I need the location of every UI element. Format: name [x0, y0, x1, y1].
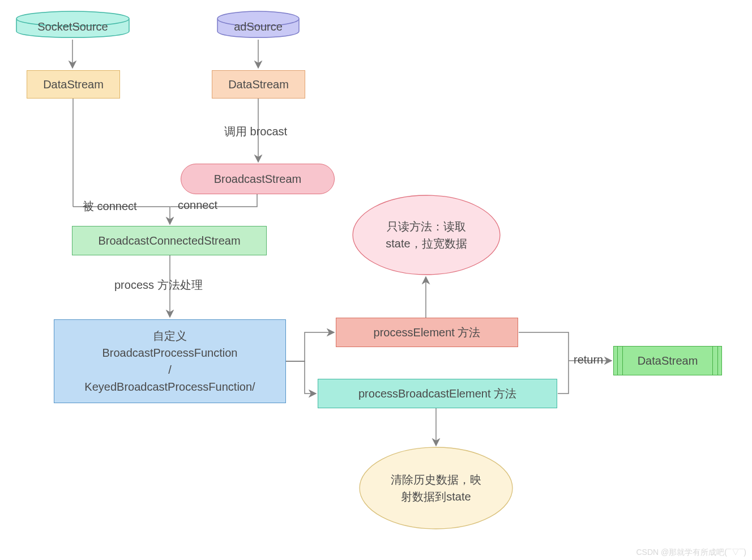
process-element: processElement 方法	[336, 318, 518, 347]
datastream-right: DataStream	[212, 70, 305, 99]
broadcast-stream: BroadcastStream	[181, 164, 335, 194]
custom-function-block: 自定义 BroadcastProcessFunction / KeyedBroa…	[54, 319, 286, 403]
call-brocast-label: 调用 brocast	[224, 124, 287, 139]
clear-note-text: 清除历史数据，映 射数据到state	[360, 467, 512, 509]
ad-source-label: adSource	[217, 17, 299, 36]
datastream-final-label: DataStream	[638, 352, 698, 369]
clear-line2: 射数据到state	[401, 488, 471, 505]
clear-line1: 清除历史数据，映	[391, 471, 481, 488]
socket-source-label: SocketSource	[16, 17, 129, 36]
custom-func-line2: BroadcastProcessFunction	[102, 344, 237, 361]
custom-func-line4: KeyedBroadcastProcessFunction/	[84, 378, 255, 395]
datastream-left: DataStream	[27, 70, 120, 99]
readonly-line2: state，拉宽数据	[386, 235, 467, 252]
process-broadcast-element: processBroadcastElement 方法	[318, 379, 557, 408]
broadcast-connected-stream: BroadcastConnectedStream	[72, 226, 267, 255]
process-method-label: process 方法处理	[114, 277, 203, 293]
custom-func-line3: /	[168, 361, 172, 378]
readonly-line1: 只读方法：读取	[387, 218, 466, 235]
custom-func-line1: 自定义	[153, 327, 187, 344]
return-label: return	[574, 353, 603, 366]
connect-label: connect	[178, 199, 217, 212]
readonly-note-text: 只读方法：读取 state，拉宽数据	[353, 214, 500, 256]
be-connect-label: 被 connect	[83, 199, 137, 214]
watermark: CSDN @那就学有所成吧(¯▽¯​)	[636, 548, 746, 558]
datastream-final: DataStream	[613, 346, 722, 375]
